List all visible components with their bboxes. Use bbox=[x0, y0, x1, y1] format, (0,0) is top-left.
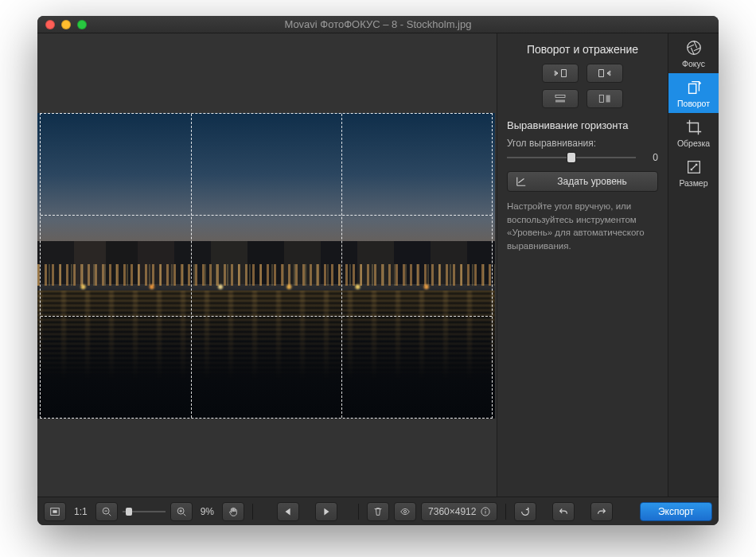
hint-text: Настройте угол вручную, или воспользуйте… bbox=[507, 200, 658, 253]
crop-grid-overlay[interactable] bbox=[40, 113, 493, 419]
zoom-window-button[interactable] bbox=[77, 20, 87, 29]
canvas-area[interactable] bbox=[37, 33, 497, 497]
tool-resize[interactable]: Размер bbox=[668, 153, 719, 193]
angle-slider-row: 0 bbox=[507, 152, 658, 163]
svg-line-13 bbox=[183, 513, 185, 516]
aperture-icon bbox=[685, 39, 703, 56]
trash-icon bbox=[372, 506, 384, 517]
redo-icon bbox=[596, 506, 607, 517]
app-window: Movavi ФотоФОКУС – 8 - Stockholm.jpg Пов… bbox=[37, 16, 719, 525]
rotate-right-icon bbox=[598, 68, 612, 79]
actual-size-button[interactable]: 1:1 bbox=[71, 506, 91, 517]
app-body: Поворот и отражение Выравнивание горизон… bbox=[37, 33, 719, 497]
dimensions-text: 7360×4912 bbox=[428, 506, 476, 517]
tool-crop[interactable]: Обрезка bbox=[668, 113, 719, 153]
svg-rect-2 bbox=[599, 95, 603, 103]
minimize-window-button[interactable] bbox=[61, 20, 71, 29]
angle-label: Угол выравнивания: bbox=[507, 138, 658, 149]
redo-button[interactable] bbox=[590, 502, 613, 521]
export-label: Экспорт bbox=[658, 506, 694, 517]
rotate-right-button[interactable] bbox=[586, 64, 623, 83]
flip-vertical-button[interactable] bbox=[542, 89, 579, 108]
triangle-right-icon bbox=[321, 506, 332, 517]
tool-rotate[interactable]: Поворот bbox=[668, 73, 719, 113]
flip-vertical-icon bbox=[553, 93, 567, 104]
level-icon bbox=[516, 176, 527, 187]
resize-icon bbox=[685, 158, 703, 176]
tool-resize-label: Размер bbox=[679, 178, 707, 188]
zoom-out-button[interactable] bbox=[95, 502, 118, 521]
set-level-button[interactable]: Задать уровень bbox=[507, 171, 658, 192]
zoom-in-button[interactable] bbox=[170, 502, 193, 521]
svg-line-10 bbox=[108, 513, 111, 516]
image-dimensions: 7360×4912 bbox=[421, 502, 497, 521]
undo-button[interactable] bbox=[552, 502, 575, 521]
rotate-row bbox=[507, 64, 658, 83]
tool-sidebar: Фокус Поворот Обрезка Размер bbox=[668, 33, 719, 497]
eye-icon bbox=[399, 506, 411, 517]
crop-icon bbox=[685, 119, 703, 136]
zoom-out-icon bbox=[101, 506, 112, 517]
tool-focus-label: Фокус bbox=[682, 59, 705, 68]
rotate-left-icon bbox=[553, 68, 567, 79]
horizon-heading: Выравнивание горизонта bbox=[507, 119, 658, 131]
svg-rect-8 bbox=[53, 510, 57, 513]
export-button[interactable]: Экспорт bbox=[640, 502, 712, 521]
reset-button[interactable] bbox=[514, 502, 536, 521]
flip-row bbox=[507, 89, 658, 108]
info-icon[interactable] bbox=[481, 507, 490, 516]
svg-rect-1 bbox=[555, 100, 565, 103]
bottom-toolbar: 1:1 9% bbox=[37, 497, 719, 525]
hand-icon bbox=[228, 506, 239, 517]
triangle-left-icon bbox=[283, 506, 294, 517]
svg-point-19 bbox=[485, 508, 486, 509]
svg-point-16 bbox=[403, 510, 406, 512]
fit-screen-icon bbox=[49, 506, 60, 517]
zoom-slider[interactable] bbox=[123, 507, 166, 516]
zoom-in-icon bbox=[176, 506, 187, 517]
rotate-flip-heading: Поворот и отражение bbox=[507, 43, 658, 56]
undo-icon bbox=[558, 506, 569, 517]
window-controls bbox=[45, 20, 87, 29]
flip-horizontal-button[interactable] bbox=[586, 89, 623, 108]
svg-rect-0 bbox=[555, 95, 565, 98]
flip-horizontal-icon bbox=[598, 93, 612, 104]
tool-rotate-label: Поворот bbox=[677, 99, 710, 108]
compare-button[interactable] bbox=[394, 502, 416, 521]
svg-point-4 bbox=[687, 41, 700, 54]
svg-rect-5 bbox=[688, 84, 696, 93]
close-window-button[interactable] bbox=[45, 20, 55, 29]
svg-rect-3 bbox=[606, 95, 610, 103]
rotate-icon bbox=[685, 79, 703, 96]
zoom-percent: 9% bbox=[197, 506, 217, 517]
prev-image-button[interactable] bbox=[277, 502, 299, 521]
tool-focus[interactable]: Фокус bbox=[668, 33, 719, 73]
delete-button[interactable] bbox=[367, 502, 389, 521]
rotate-left-button[interactable] bbox=[542, 64, 579, 83]
set-level-label: Задать уровень bbox=[535, 176, 649, 187]
fit-screen-button[interactable] bbox=[44, 502, 66, 521]
pan-tool-button[interactable] bbox=[222, 502, 244, 521]
reset-icon bbox=[520, 506, 531, 517]
settings-panel: Поворот и отражение Выравнивание горизон… bbox=[497, 33, 668, 497]
angle-slider[interactable] bbox=[507, 153, 636, 162]
titlebar: Movavi ФотоФОКУС – 8 - Stockholm.jpg bbox=[37, 16, 719, 33]
tool-crop-label: Обрезка bbox=[677, 138, 710, 148]
angle-value: 0 bbox=[642, 152, 658, 163]
next-image-button[interactable] bbox=[315, 502, 337, 521]
window-title: Movavi ФотоФОКУС – 8 - Stockholm.jpg bbox=[37, 18, 719, 30]
